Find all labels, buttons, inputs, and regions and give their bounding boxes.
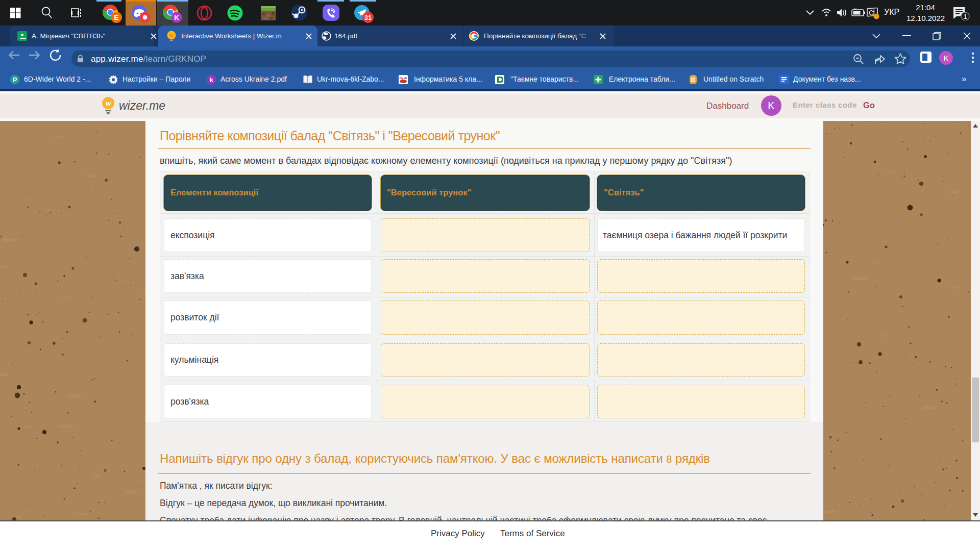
svg-text:P: P [13,76,17,84]
svg-text:K: K [174,14,179,21]
svg-text:1: 1 [963,13,967,20]
svg-text:w: w [106,99,111,107]
svg-text:Dyslt: Dyslt [400,77,407,80]
svg-text:B: B [691,77,695,84]
svg-text:w: w [169,33,174,38]
svg-text:k: k [209,76,213,84]
svg-text:E: E [114,13,118,21]
svg-text:31: 31 [364,14,372,21]
